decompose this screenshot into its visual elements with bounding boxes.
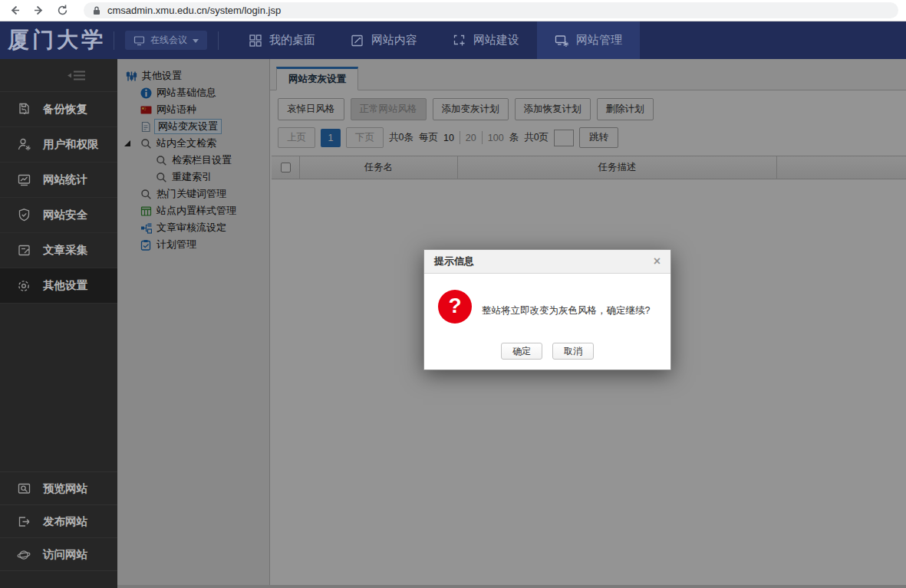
nav-item-site-manage[interactable]: 网站管理 [537, 21, 640, 59]
stats-icon [16, 172, 31, 187]
forward-icon[interactable] [31, 4, 45, 18]
back-icon[interactable] [8, 4, 21, 18]
university-logo: 厦门大学 [0, 25, 114, 56]
sidebar-item-publish-site[interactable]: 发布网站 [0, 504, 117, 537]
question-mark-icon: ? [438, 290, 472, 324]
monitor-icon [133, 35, 145, 46]
address-bar[interactable]: cmsadmin.xmu.edu.cn/system/login.jsp [84, 2, 898, 18]
top-nav: 我的桌面 网站内容 网站建设 网站管理 [231, 21, 640, 59]
user-permission-icon [16, 137, 31, 152]
close-icon[interactable]: × [654, 255, 661, 268]
dialog-title: 提示信息 [434, 255, 474, 268]
chevron-down-icon [193, 39, 199, 46]
sidebar-item-article-collect[interactable]: 文章采集 [0, 233, 117, 268]
browser-toolbar: cmsadmin.xmu.edu.cn/system/login.jsp [0, 0, 906, 21]
nav-item-my-desktop[interactable]: 我的桌面 [231, 21, 333, 59]
sidebar-collapse-button[interactable] [0, 59, 117, 92]
app-body: 备份恢复 用户和权限 网站统计 网站安全 [0, 59, 906, 588]
gear-icon [16, 278, 31, 294]
header-divider [218, 31, 219, 50]
ok-button[interactable]: 确定 [501, 343, 542, 360]
sidebar-item-backup-restore[interactable]: 备份恢复 [0, 92, 117, 127]
collapse-menu-icon [67, 69, 87, 82]
reload-icon[interactable] [55, 4, 69, 18]
nav-item-site-build[interactable]: 网站建设 [435, 21, 537, 59]
content-frame: 其他设置 网站基础信息 网站语种 [117, 59, 906, 588]
dialog-message: 整站将立即改变为灰色风格，确定继续? [482, 304, 650, 317]
sidebar-item-users-permissions[interactable]: 用户和权限 [0, 127, 117, 163]
confirm-dialog: 提示信息 × ? 整站将立即改变为灰色风格，确定继续? 确定 取消 [423, 249, 671, 370]
sidebar-bottom-group: 预览网站 发布网站 访问网站 [0, 471, 117, 588]
preview-icon [16, 481, 31, 496]
sidebar: 备份恢复 用户和权限 网站统计 网站安全 [0, 59, 117, 588]
app-window: cmsadmin.xmu.edu.cn/system/login.jsp 厦门大… [0, 0, 906, 588]
article-collect-icon [16, 243, 31, 258]
dialog-titlebar: 提示信息 × [424, 250, 670, 274]
backup-restore-icon [16, 102, 31, 117]
sidebar-item-site-security[interactable]: 网站安全 [0, 198, 117, 233]
lock-icon [92, 5, 101, 16]
build-icon [453, 34, 466, 48]
desktop-grid-icon [249, 34, 262, 48]
sidebar-item-preview-site[interactable]: 预览网站 [0, 471, 117, 504]
url-text[interactable]: cmsadmin.xmu.edu.cn/system/login.jsp [107, 5, 281, 16]
sidebar-item-visit-site[interactable]: 访问网站 [0, 537, 117, 570]
publish-icon [16, 514, 31, 529]
app-header: 厦门大学 在线会议 我的桌面 网站内容 [0, 21, 906, 59]
sidebar-item-other-settings[interactable]: 其他设置 [0, 268, 117, 304]
shield-icon [16, 208, 31, 222]
edit-icon [351, 34, 364, 48]
dialog-body: ? 整站将立即改变为灰色风格，确定继续? 确定 取消 [424, 274, 670, 370]
globe-icon [16, 547, 31, 562]
sidebar-item-site-stats[interactable]: 网站统计 [0, 163, 117, 198]
header-divider [114, 31, 114, 50]
nav-item-site-content[interactable]: 网站内容 [333, 21, 435, 59]
manage-icon [555, 34, 569, 48]
online-meeting-button[interactable]: 在线会议 [125, 31, 207, 50]
cancel-button[interactable]: 取消 [552, 343, 594, 360]
dialog-buttons: 确定 取消 [424, 343, 670, 360]
